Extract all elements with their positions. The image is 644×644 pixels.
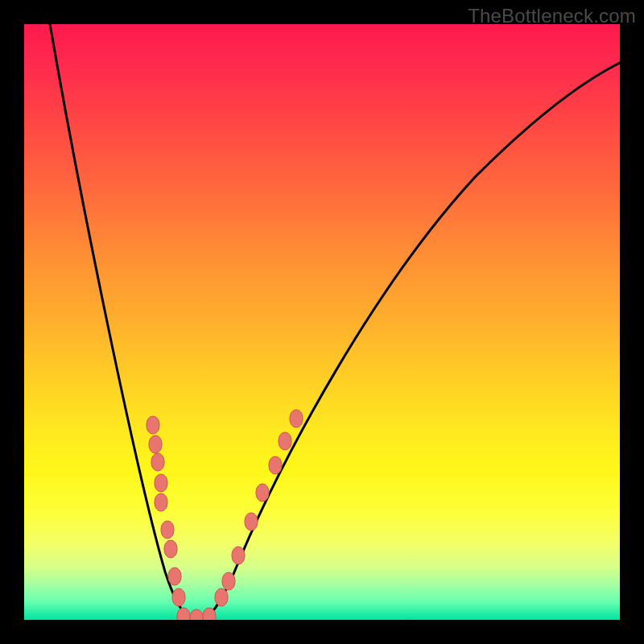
chart-frame: TheBottleneck.com — [0, 0, 644, 644]
chart-svg — [24, 24, 620, 620]
curve-marker — [232, 547, 245, 564]
curve-marker — [164, 540, 177, 558]
curve-marker — [203, 608, 216, 620]
curve-marker — [149, 436, 162, 453]
bottleneck-curve — [50, 24, 620, 620]
curve-marker — [222, 572, 235, 590]
curve-marker — [256, 484, 269, 502]
curve-marker — [279, 432, 291, 450]
curve-marker — [155, 493, 167, 511]
plot-area — [24, 24, 620, 620]
curve-marker — [177, 608, 190, 620]
curve-marker — [147, 416, 159, 434]
curve-marker — [190, 609, 203, 620]
curve-marker — [245, 513, 258, 530]
curve-marker — [168, 568, 181, 585]
curve-marker — [155, 474, 167, 492]
curve-marker — [151, 453, 164, 471]
curve-marker — [172, 588, 185, 606]
curve-marker — [290, 410, 303, 427]
curve-marker — [215, 588, 228, 606]
curve-marker — [161, 521, 174, 539]
curve-marker — [269, 456, 282, 474]
